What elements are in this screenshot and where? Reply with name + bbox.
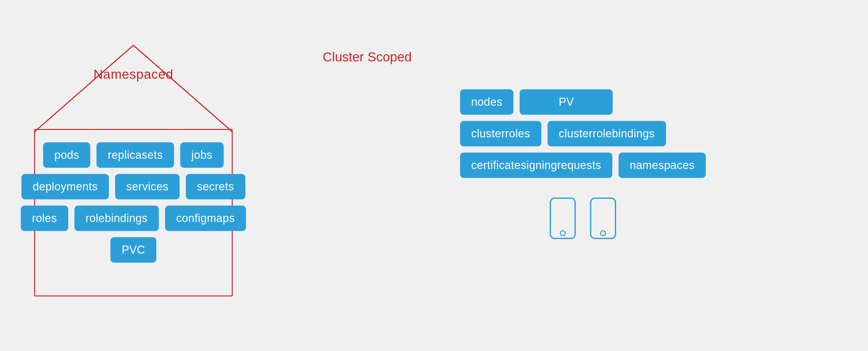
svg-point-5 <box>600 231 606 236</box>
cluster-scoped-label: Cluster Scoped <box>322 50 412 64</box>
badge-secrets: secrets <box>186 174 245 199</box>
svg-line-1 <box>133 45 232 132</box>
devices-row <box>549 197 617 240</box>
namespaced-section: Namespaced pods replicasets jobs deploym… <box>25 36 242 315</box>
badge-pv: PV <box>520 89 613 115</box>
cluster-resource-row-1: nodes PV <box>460 89 613 115</box>
house-box: pods replicasets jobs deployments servic… <box>34 129 232 296</box>
svg-rect-2 <box>550 198 575 238</box>
badge-csr: certificatesigningrequests <box>460 153 612 178</box>
badge-nodes: nodes <box>460 89 514 115</box>
badge-replicasets: replicasets <box>96 142 174 168</box>
badge-namespaces: namespaces <box>619 153 706 178</box>
badge-services: services <box>115 174 180 199</box>
svg-point-3 <box>560 231 565 236</box>
resource-row-3: roles rolebindings configmaps <box>21 205 246 231</box>
device-icon-2 <box>589 197 617 240</box>
badge-configmaps: configmaps <box>165 205 246 231</box>
badge-pods: pods <box>43 142 90 168</box>
cluster-resources: nodes PV clusterroles clusterrolebinding… <box>460 89 706 178</box>
cluster-resource-row-2: clusterroles clusterrolebindings <box>460 121 666 146</box>
namespaced-label: Namespaced <box>93 67 173 82</box>
svg-line-0 <box>34 45 133 132</box>
badge-clusterrolebindings: clusterrolebindings <box>548 121 666 146</box>
badge-roles: roles <box>21 205 68 231</box>
badge-deployments: deployments <box>22 174 109 199</box>
main-container: Namespaced pods replicasets jobs deploym… <box>0 0 868 351</box>
badge-pvc: PVC <box>111 237 156 263</box>
svg-rect-4 <box>591 198 616 238</box>
cluster-scoped-section: Cluster Scoped nodes PV clusterroles clu… <box>304 12 843 339</box>
device-icon-1 <box>549 197 577 240</box>
badge-jobs: jobs <box>180 142 224 168</box>
resource-row-2: deployments services secrets <box>22 174 245 199</box>
resource-row-4: PVC <box>111 237 156 263</box>
resource-row-1: pods replicasets jobs <box>43 142 224 168</box>
badge-rolebindings: rolebindings <box>74 205 159 231</box>
cluster-resource-row-3: certificatesigningrequests namespaces <box>460 153 706 178</box>
badge-clusterroles: clusterroles <box>460 121 541 146</box>
